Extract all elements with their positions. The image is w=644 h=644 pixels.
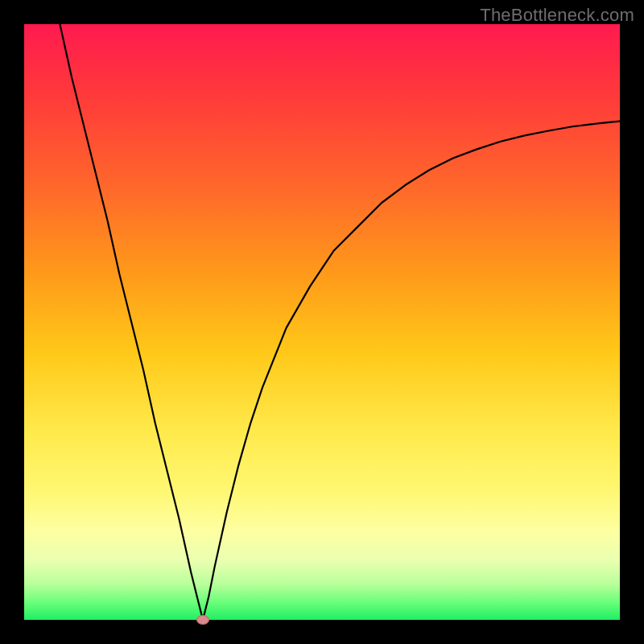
watermark-text: TheBottleneck.com xyxy=(480,5,634,26)
bottleneck-curve xyxy=(60,24,620,620)
curve-svg xyxy=(24,24,620,620)
minimum-marker xyxy=(196,615,209,625)
chart-frame: TheBottleneck.com xyxy=(0,0,644,644)
plot-area xyxy=(24,24,620,620)
